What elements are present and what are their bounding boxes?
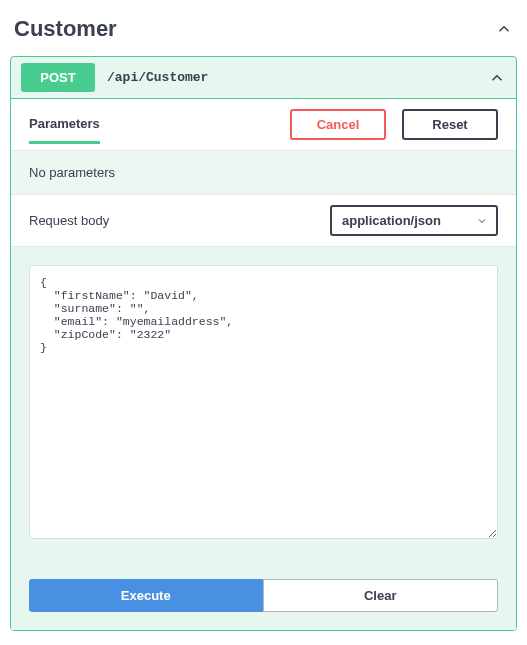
no-parameters-message: No parameters	[11, 151, 516, 195]
execute-button[interactable]: Execute	[29, 579, 263, 612]
request-body-editor-area	[11, 247, 516, 561]
section-header[interactable]: Customer	[10, 10, 517, 56]
operation-summary[interactable]: POST /api/Customer	[11, 57, 516, 98]
clear-button[interactable]: Clear	[263, 579, 499, 612]
section-title: Customer	[14, 16, 117, 42]
request-body-header: Request body application/json	[11, 195, 516, 247]
chevron-down-icon	[476, 215, 488, 227]
operation-block: POST /api/Customer Parameters Cancel Res…	[10, 56, 517, 631]
tab-parameters[interactable]: Parameters	[29, 116, 100, 144]
chevron-up-icon	[488, 69, 506, 87]
cancel-button[interactable]: Cancel	[290, 109, 386, 140]
action-buttons: Execute Clear	[11, 561, 516, 630]
operation-content: Parameters Cancel Reset No parameters Re…	[11, 98, 516, 630]
request-body-label: Request body	[29, 213, 109, 228]
operation-path: /api/Customer	[107, 70, 476, 85]
content-type-select[interactable]: application/json	[330, 205, 498, 236]
header-buttons: Cancel Reset	[290, 109, 498, 140]
http-method-badge: POST	[21, 63, 95, 92]
parameters-header: Parameters Cancel Reset	[11, 99, 516, 151]
chevron-up-icon	[495, 20, 513, 38]
reset-button[interactable]: Reset	[402, 109, 498, 140]
content-type-value: application/json	[342, 213, 441, 228]
request-body-textarea[interactable]	[29, 265, 498, 539]
